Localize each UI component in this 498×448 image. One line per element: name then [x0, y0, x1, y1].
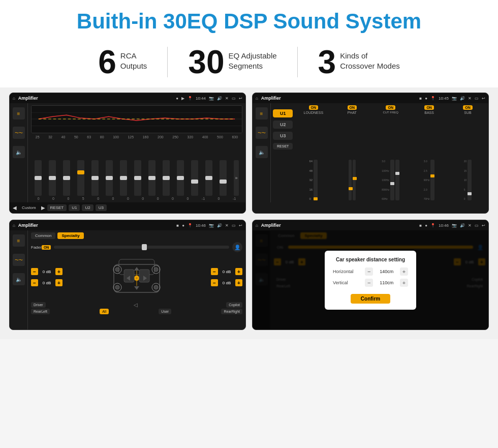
slider-cutfreq-g[interactable] — [395, 160, 399, 200]
modal-h-plus[interactable]: + — [400, 267, 408, 276]
tab-common[interactable]: Common — [31, 232, 55, 239]
car-diagram — [65, 254, 209, 300]
db-minus-bl[interactable]: − — [31, 279, 38, 286]
u1-btn-eq[interactable]: U1 — [69, 204, 80, 211]
u1-btn-xo[interactable]: U1 — [273, 109, 293, 117]
custom-label: Custom — [19, 204, 39, 211]
reset-btn-eq[interactable]: RESET — [47, 204, 67, 211]
db-plus-tl[interactable]: + — [55, 268, 63, 275]
home-icon: ⌂ — [13, 96, 15, 101]
screenshots-grid: ⌂ Amplifier ● ▶ 📍 10:44 📷 🔊 ✕ ▭ ↩ ≡ 〜〜 🔈 — [0, 87, 498, 339]
eq-slider-1[interactable] — [35, 160, 42, 196]
speaker-icon[interactable]: 🔈 — [13, 146, 25, 158]
reset-btn-xo[interactable]: RESET — [273, 143, 293, 150]
eq-slider-10[interactable] — [163, 160, 170, 196]
eq-slider-11[interactable] — [177, 160, 184, 196]
bottom-arrow-up[interactable]: ◁ — [134, 302, 138, 308]
pin-icon-eq: 📍 — [188, 96, 193, 101]
screen-eq-body: ≡ 〜〜 🔈 — [10, 103, 245, 202]
slider-phat-f[interactable] — [353, 160, 356, 200]
db-minus-br[interactable]: − — [211, 279, 218, 286]
tab-specialty[interactable]: Specialty — [57, 232, 83, 239]
eq-icon-xo[interactable]: ≡ — [256, 107, 268, 120]
topbar-title-eq: Amplifier — [18, 96, 173, 101]
eq-slider-13[interactable] — [205, 160, 212, 196]
db-val-tr: 0 dB — [220, 270, 234, 274]
prev-btn[interactable]: ◀ — [13, 205, 17, 211]
confirm-button[interactable]: Confirm — [351, 294, 390, 304]
eq-icon[interactable]: ≡ — [13, 107, 25, 120]
eq-slider-5[interactable] — [91, 160, 99, 196]
all-btn[interactable]: All — [100, 309, 109, 314]
driver-btn[interactable]: Driver — [31, 302, 46, 308]
speaker-icon-xo[interactable]: 🔈 — [256, 146, 268, 158]
back-icon-eq: ↩ — [239, 96, 242, 101]
u3-btn-xo[interactable]: U3 — [273, 132, 293, 140]
wave-icon-fader[interactable]: 〜〜 — [13, 254, 25, 266]
db-plus-tr[interactable]: + — [235, 268, 242, 275]
modal-v-minus[interactable]: − — [365, 279, 373, 287]
db-plus-br[interactable]: + — [235, 279, 242, 286]
side-icons-fader: ≡ 〜〜 🔈 — [10, 230, 28, 330]
slider-sub[interactable] — [468, 160, 472, 200]
wave-icon[interactable]: 〜〜 — [13, 127, 25, 139]
eq-slider-2[interactable] — [49, 160, 56, 196]
cam-icon-dist: 📷 — [452, 223, 457, 228]
u3-btn-eq[interactable]: U3 — [96, 204, 107, 211]
stat-eq-text: EQ Adjustable Segments — [229, 46, 277, 71]
svg-marker-23 — [134, 286, 139, 290]
u2-btn-eq[interactable]: U2 — [82, 204, 93, 211]
speaker-icon-fader[interactable]: 🔈 — [13, 273, 25, 285]
eq-slider-14[interactable] — [220, 160, 227, 196]
cam-icon-fader: 📷 — [209, 223, 214, 228]
fader-h-thumb — [142, 244, 147, 250]
x-icon-eq: ✕ — [225, 96, 229, 101]
eq-graph — [31, 105, 242, 133]
u2-btn-xo[interactable]: U2 — [273, 121, 293, 129]
eq-slider-12[interactable] — [191, 160, 198, 196]
fader-h-track[interactable] — [54, 246, 229, 249]
db-val-bl: 0 dB — [40, 281, 54, 285]
db-control-tr: − 0 dB + — [211, 268, 242, 275]
modal-v-plus[interactable]: + — [400, 279, 408, 287]
eq-slider-8[interactable] — [134, 160, 141, 196]
bottom-labels: Driver ◁ Copilot — [31, 302, 242, 308]
eq-slider-15[interactable]: » — [234, 160, 239, 196]
slider-loudness[interactable] — [314, 160, 318, 200]
rect-icon-eq: ▭ — [232, 96, 236, 101]
db-minus-tl[interactable]: − — [31, 268, 38, 275]
modal-row-vertical: Vertical − 110cm + — [333, 279, 408, 287]
rearleft-btn[interactable]: RearLeft — [31, 309, 50, 314]
slider-phat-g[interactable] — [349, 160, 352, 200]
modal-title: Car speaker distance setting — [333, 257, 408, 262]
user-btn[interactable]: User — [159, 309, 171, 314]
eq-slider-6[interactable] — [106, 160, 113, 196]
rearright-btn[interactable]: RearRight — [221, 309, 242, 314]
dot-icon-eq: ● — [176, 96, 178, 101]
db-plus-bl[interactable]: + — [55, 279, 63, 286]
x-icon-fader: ✕ — [225, 223, 229, 228]
fader-on-badge: ON — [42, 245, 51, 250]
slider-bass[interactable] — [430, 160, 434, 200]
side-icons-eq: ≡ 〜〜 🔈 — [10, 103, 28, 202]
eq-bottom-bar: ◀ Custom ▶ RESET U1 U2 U3 — [10, 202, 245, 213]
eq-slider-7[interactable] — [120, 160, 127, 196]
rect-icon-dist: ▭ — [475, 223, 479, 228]
page-title: Buith-in 30EQ DSP Sound System — [5, 9, 493, 34]
copilot-btn[interactable]: Copilot — [226, 302, 242, 308]
next-btn[interactable]: ▶ — [41, 205, 45, 211]
stat-eq-number: 30 — [188, 46, 224, 78]
label-sub: SUB — [464, 111, 471, 114]
slider-cutfreq-f[interactable] — [390, 160, 394, 200]
db-minus-tr[interactable]: − — [211, 268, 218, 275]
eq-icon-fader[interactable]: ≡ — [13, 234, 25, 247]
modal-h-minus[interactable]: − — [365, 267, 373, 276]
eq-slider-9[interactable] — [148, 160, 155, 196]
eq-slider-4[interactable] — [77, 160, 84, 196]
eq-slider-3[interactable] — [63, 160, 70, 196]
xo-col-cutfreq: ON CUT FREQ 3.0100Hz100Hz80KHz60Hz — [372, 105, 409, 200]
db-control-br: − 0 dB + — [211, 279, 242, 286]
wave-icon-xo[interactable]: 〜〜 — [256, 127, 268, 139]
eq-freq-labels: 25 32 40 50 63 80 100 125 160 200 250 32… — [31, 135, 242, 139]
rect-icon-xo: ▭ — [475, 96, 479, 101]
